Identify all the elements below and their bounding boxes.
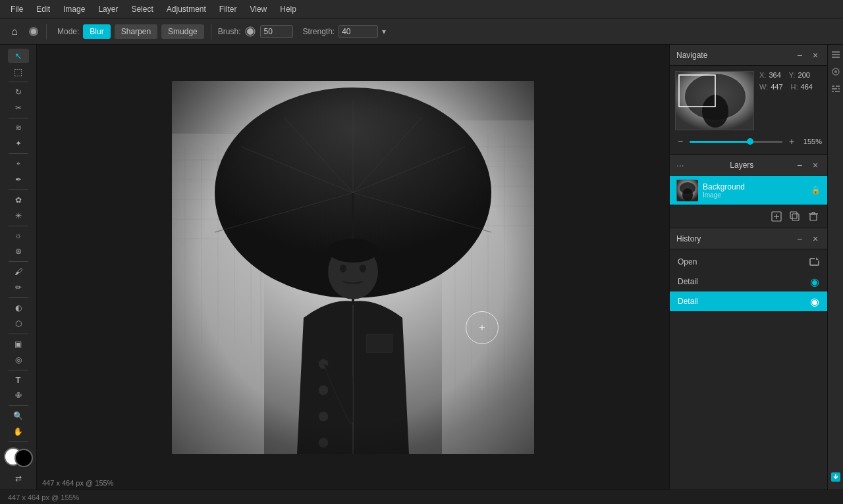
bottom-status-text: 447 x 464 px @ 155% [8,493,79,501]
navigate-content: X: 364 Y: 200 W: 447 [670,66,827,154]
tool-separator-5 [9,226,28,226]
history-item-detail-2[interactable]: Detail ◉ [670,291,827,311]
delete-layer-button[interactable] [806,209,821,224]
mode-sharpen-button[interactable]: Sharpen [115,24,157,39]
duplicate-layer-button[interactable] [788,209,802,224]
dodge-tool-button[interactable]: ◐ [8,301,29,315]
menu-image[interactable]: Image [58,3,90,15]
tool-separator-1 [9,82,28,82]
zoom-bar: − + 155% [675,134,822,149]
rect-shape-tool-button[interactable]: ▣ [8,337,29,351]
move-tool-button[interactable]: ↖ [8,49,29,63]
navigate-minimize-button[interactable]: − [794,50,805,61]
zoom-out-button[interactable]: − [675,137,686,146]
sun-tool-button[interactable]: ☼ [8,228,29,243]
cut-tool-button[interactable]: ✂ [8,101,29,115]
svg-rect-75 [832,91,834,92]
zoom-in-button[interactable]: + [786,137,797,146]
layers-close-button[interactable]: × [810,160,821,170]
brush-size-icon [244,26,256,38]
spray-tool-button[interactable]: ✳ [8,209,29,223]
tool-separator-6 [9,261,28,262]
zoom-handle[interactable] [747,138,753,145]
zoom-tool-button[interactable]: 🔍 [8,409,29,423]
menubar: File Edit Image Layer Select Adjustment … [0,0,843,18]
eye-tool-button[interactable]: ◎ [8,353,29,367]
menu-select[interactable]: Select [126,3,158,15]
coord-h: H: 464 [791,83,813,91]
svg-rect-73 [832,88,837,89]
left-sidebar: ↖ ⬚ ↻ ✂ ≋ ✦ ⌖ ✒ ✿ ✳ ☼ ⊛ 🖌 ✏ ◐ ⬡ ▣ ◎ T ✙ … [0,45,37,490]
layer-item-background[interactable]: Background Image 🔒 [670,176,827,205]
history-detail1-icon: ◉ [810,276,819,288]
pencil-tool-button[interactable]: ✏ [8,280,29,295]
edge-color-icon[interactable] [830,66,842,78]
edge-layers-icon[interactable] [830,49,842,61]
pattern-tool-button[interactable]: ⊛ [8,244,29,259]
brush-icon [28,26,40,38]
swap-colors-button[interactable]: ⇄ [8,471,29,486]
menu-help[interactable]: Help [275,3,302,15]
navigate-thumbnail[interactable] [675,71,754,130]
strength-label: Strength: [302,27,335,36]
layers-options-button[interactable]: ··· [676,160,684,170]
menu-filter[interactable]: Filter [214,3,242,15]
history-close-button[interactable]: × [810,234,821,244]
navigate-coords: X: 364 Y: 200 [759,71,813,79]
flower-tool-button[interactable]: ✿ [8,193,29,207]
menu-edit[interactable]: Edit [31,3,55,15]
patch-tool-button[interactable]: ✦ [8,136,29,151]
add-layer-button[interactable] [769,209,784,224]
svg-rect-67 [832,54,840,55]
coord-x: X: 364 [759,71,781,79]
navigate-close-button[interactable]: × [810,50,821,61]
pan-tool-button[interactable]: ✋ [8,424,29,439]
home-button[interactable]: ⌂ [5,22,24,41]
canvas-area[interactable]: 447 x 464 px @ 155% [37,45,669,490]
history-item-open[interactable]: Open [670,252,827,272]
mode-blur-button[interactable]: Blur [83,24,110,39]
layer-lock-icon[interactable]: 🔒 [811,186,821,195]
toolbar-separator-2 [211,24,211,39]
brush-size-input[interactable] [260,25,293,38]
pen-tool-button[interactable]: ✒ [8,172,29,187]
text-tool-button[interactable]: T [8,372,29,387]
menu-file[interactable]: File [5,3,28,15]
menu-view[interactable]: View [244,3,272,15]
layers-minimize-button[interactable]: − [794,160,805,170]
tool-separator-4 [9,189,28,190]
navigate-panel-controls: − × [794,50,821,61]
layer-type: Image [703,191,805,199]
history-title: History [676,234,701,243]
strength-dropdown[interactable]: ▾ [382,27,386,36]
svg-rect-61 [810,214,817,220]
main-area: ↖ ⬚ ↻ ✂ ≋ ✦ ⌖ ✒ ✿ ✳ ☼ ⊛ 🖌 ✏ ◐ ⬡ ▣ ◎ T ✙ … [0,45,843,490]
rotate-tool-button[interactable]: ↻ [8,85,29,99]
history-panel-header: History − × [670,228,827,249]
smear-tool-button[interactable]: ≋ [8,120,29,135]
strength-input[interactable] [339,25,378,38]
right-panel: Navigate − × [669,45,827,490]
edge-export-icon[interactable] [830,471,842,483]
transform-tool-button[interactable]: ⌖ [8,157,29,171]
background-color[interactable] [14,449,33,467]
brush-tool-button[interactable]: 🖌 [8,265,29,279]
tool-separator-2 [9,118,28,118]
history-content: Open Detail ◉ Detail ◉ [670,249,827,490]
menu-adjustment[interactable]: Adjustment [161,3,211,15]
menu-layer[interactable]: Layer [93,3,123,15]
navigate-panel-header: Navigate − × [670,45,827,66]
w-label: W: [759,83,768,91]
svg-rect-68 [832,57,840,58]
history-item-detail-1[interactable]: Detail ◉ [670,272,827,291]
history-minimize-button[interactable]: − [794,234,805,244]
edge-settings-icon[interactable] [830,83,842,95]
tool-separator-8 [9,334,28,334]
eyedropper-tool-button[interactable]: ✙ [8,388,29,403]
svg-point-3 [247,28,254,35]
selection-rect-tool-button[interactable]: ⬚ [8,64,29,79]
zoom-slider[interactable] [690,141,782,143]
mode-smudge-button[interactable]: Smudge [161,24,204,39]
navigate-panel: Navigate − × [670,45,827,155]
polygon-tool-button[interactable]: ⬡ [8,316,29,331]
